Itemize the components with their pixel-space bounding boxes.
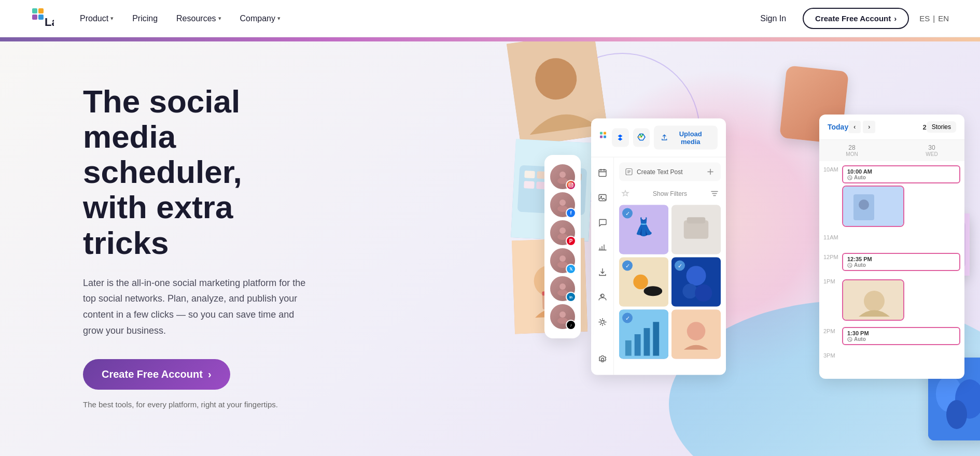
later-icon bbox=[599, 132, 612, 144]
facebook-badge: f bbox=[566, 208, 576, 218]
comment-tool-icon[interactable] bbox=[593, 213, 612, 232]
filter-icon bbox=[710, 190, 719, 198]
nav-item-product[interactable]: Product ▾ bbox=[73, 10, 121, 27]
calendar-panel: Today ‹ › 2 Stories 28 MON bbox=[819, 115, 964, 379]
upload-media-button[interactable]: Upload media bbox=[654, 126, 718, 150]
sun-icon[interactable] bbox=[593, 313, 612, 332]
svg-text:👗: 👗 bbox=[633, 217, 655, 237]
gear-icon[interactable] bbox=[593, 350, 612, 369]
social-account-tiktok[interactable]: ♪ bbox=[550, 304, 575, 329]
stories-button[interactable]: Stories bbox=[927, 121, 956, 133]
auto-icon-2 bbox=[847, 263, 852, 268]
social-account-pinterest[interactable]: P bbox=[550, 220, 575, 245]
media-panel-header: Upload media bbox=[591, 119, 726, 158]
time-row-12pm: 12PM 12:35 PM Auto bbox=[823, 253, 960, 273]
svg-rect-22 bbox=[600, 136, 603, 138]
language-selector: ES | EN bbox=[919, 14, 949, 23]
dropbox-icon[interactable] bbox=[612, 129, 629, 147]
svg-point-26 bbox=[600, 196, 602, 197]
hero-cta-button[interactable]: Create Free Account › bbox=[83, 359, 230, 390]
social-account-instagram[interactable] bbox=[550, 164, 575, 189]
settings-users-icon[interactable] bbox=[593, 288, 612, 307]
lang-en[interactable]: EN bbox=[938, 14, 949, 23]
download-tool-icon[interactable] bbox=[593, 263, 612, 282]
svg-rect-21 bbox=[604, 132, 606, 135]
svg-rect-45 bbox=[625, 340, 632, 356]
sign-in-button[interactable]: Sign In bbox=[754, 10, 792, 27]
media-item-2[interactable] bbox=[671, 205, 721, 254]
panel-logo bbox=[599, 132, 612, 144]
nav-item-pricing[interactable]: Pricing bbox=[125, 10, 165, 27]
svg-rect-1 bbox=[38, 8, 44, 13]
social-accounts-sidebar: f P 𝕏 bbox=[544, 155, 581, 338]
pinterest-badge: P bbox=[566, 236, 576, 246]
header-cta-button[interactable]: Create Free Account › bbox=[803, 8, 909, 29]
header: Later Product ▾ Pricing Resources ▾ Comp… bbox=[0, 0, 980, 37]
hero-description: Later is the all-in-one social marketing… bbox=[83, 275, 311, 338]
calendar-event-1235[interactable]: 12:35 PM Auto bbox=[842, 253, 960, 271]
logo[interactable]: Later bbox=[31, 7, 54, 30]
hero-subtext: The best tools, for every platform, righ… bbox=[83, 400, 278, 409]
svg-point-5 bbox=[559, 172, 566, 178]
product-chevron-icon: ▾ bbox=[110, 15, 114, 22]
hero-content: The social media scheduler, with extra t… bbox=[0, 42, 353, 451]
nav-item-company[interactable]: Company ▾ bbox=[233, 10, 288, 27]
time-row-11am: 11AM bbox=[823, 233, 960, 249]
social-account-linkedin[interactable]: in bbox=[550, 276, 575, 301]
svg-point-30 bbox=[601, 358, 604, 361]
nav-item-resources[interactable]: Resources ▾ bbox=[169, 10, 228, 27]
svg-point-43 bbox=[695, 284, 712, 302]
google-drive-icon[interactable] bbox=[633, 129, 650, 147]
media-select-check-4: ✓ bbox=[675, 261, 685, 271]
calendar-today-button[interactable]: Today bbox=[828, 123, 848, 131]
calendar-event-130[interactable]: 1:30 PM Auto bbox=[842, 327, 960, 345]
resources-chevron-icon: ▾ bbox=[218, 15, 221, 22]
hero-illustration: f P 𝕏 bbox=[513, 37, 980, 456]
calendar-event-1000[interactable]: 10:00 AM Auto bbox=[842, 165, 960, 183]
svg-point-12 bbox=[559, 227, 566, 234]
time-row-3pm: 3PM bbox=[823, 351, 960, 367]
svg-rect-63 bbox=[524, 170, 535, 178]
hero-section: The social media scheduler, with extra t… bbox=[0, 37, 980, 456]
header-right: Sign In Create Free Account › ES | EN bbox=[754, 8, 949, 29]
chart-tool-icon[interactable] bbox=[593, 238, 612, 257]
svg-point-9 bbox=[572, 183, 573, 184]
media-item-6[interactable] bbox=[671, 310, 721, 359]
day-mon-label: MON bbox=[828, 151, 876, 157]
svg-rect-48 bbox=[653, 322, 659, 355]
social-account-twitter[interactable]: 𝕏 bbox=[550, 248, 575, 273]
media-select-check-1: ✓ bbox=[622, 208, 633, 219]
svg-point-14 bbox=[559, 255, 566, 262]
calendar-tool-icon[interactable] bbox=[593, 164, 612, 182]
media-item-5[interactable]: ✓ bbox=[619, 310, 668, 359]
time-row-10am: 10AM 10:00 AM Auto bbox=[823, 165, 960, 229]
social-account-facebook[interactable]: f bbox=[550, 192, 575, 217]
hero-title: The social media scheduler, with extra t… bbox=[83, 84, 311, 261]
svg-text:Later: Later bbox=[45, 16, 54, 28]
auto-label-1: Auto bbox=[847, 175, 955, 180]
linkedin-badge: in bbox=[566, 292, 576, 302]
svg-rect-36 bbox=[687, 217, 706, 223]
day-28-label: 28 bbox=[828, 144, 876, 151]
calendar-next-button[interactable]: › bbox=[863, 121, 875, 133]
calendar-date-display: 2 bbox=[922, 123, 926, 131]
media-item-3[interactable]: ✓ bbox=[619, 258, 668, 307]
svg-rect-25 bbox=[599, 195, 606, 201]
svg-point-103 bbox=[946, 400, 967, 429]
create-text-post-row[interactable]: Create Text Post bbox=[619, 163, 721, 181]
lang-es[interactable]: ES bbox=[919, 14, 930, 23]
later-logo-icon: Later bbox=[31, 7, 54, 30]
day-wed-label: WED bbox=[907, 151, 956, 157]
image-tool-icon[interactable] bbox=[593, 189, 612, 207]
calendar-photo-2[interactable] bbox=[842, 279, 904, 321]
svg-point-18 bbox=[559, 311, 566, 318]
svg-point-50 bbox=[687, 322, 706, 340]
media-item-4[interactable]: ✓ bbox=[671, 258, 721, 307]
calendar-prev-button[interactable]: ‹ bbox=[848, 121, 861, 133]
svg-point-8 bbox=[570, 184, 572, 186]
time-row-2pm: 2PM 1:30 PM Auto bbox=[823, 327, 960, 347]
media-item-1[interactable]: ✓ 👗 bbox=[619, 205, 668, 254]
svg-rect-47 bbox=[644, 328, 650, 355]
gradient-bar bbox=[0, 37, 980, 41]
calendar-photo-1[interactable] bbox=[842, 186, 904, 227]
